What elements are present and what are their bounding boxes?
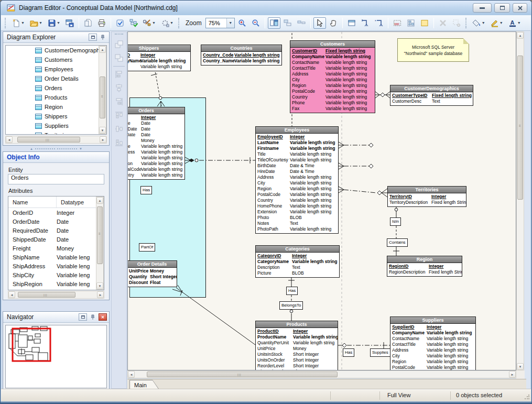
table-row[interactable]: ShipRegionVariable leng [8,279,104,288]
tree-item-territories[interactable]: Territories [6,130,106,135]
table-row[interactable]: ShipNameVariable leng [8,253,104,261]
relationship-label-has[interactable]: Has [343,348,354,357]
toolbar-grip[interactable] [178,18,181,28]
note-tool-button[interactable] [418,17,431,29]
pointer-tool-button[interactable] [313,17,326,29]
entity-order-details[interactable]: Order DetailsUnitPriceMoneyQuantityShort… [127,260,177,287]
scroll-up-icon[interactable]: ▲ [99,46,106,53]
relationship-label-has[interactable]: Has [140,186,152,194]
font-color-button[interactable]: A▼ [506,17,523,29]
toolbar-grip[interactable] [5,18,7,28]
zoom-out-button[interactable] [249,17,262,29]
toolbar-grip[interactable] [115,34,123,37]
window-layout-cascade-button[interactable] [281,17,294,29]
validate-model-button[interactable] [114,17,126,29]
scroll-up-icon[interactable]: ▲ [517,32,524,39]
scroll-left-icon[interactable]: ◄ [6,136,13,143]
scroll-right-icon[interactable]: ► [509,371,516,378]
object-info-header[interactable]: Object Info [3,152,109,163]
overview-tool-button[interactable] [405,17,417,29]
tree-item-orders[interactable]: Orders [6,83,106,93]
relationship-label-has[interactable]: Has [286,287,298,295]
export-model-button[interactable] [63,17,76,29]
pan-tool-button[interactable] [327,17,340,29]
entity-products[interactable]: ProductsProductIDIntegerProductNameVaria… [255,321,338,370]
scroll-right-icon[interactable]: ► [100,136,106,143]
bring-to-front-button[interactable] [113,38,125,51]
entity-territories[interactable]: TerritoriesTerritoryIDIntegerTerritoryDe… [387,186,466,207]
note-sticky[interactable]: Microsoft SQL Server "Northwind" sample … [397,38,469,62]
entity-employees[interactable]: EmployeesEmployeeIDIntegerLastNameVariab… [255,126,339,234]
relationship-label-contains[interactable]: Contains [387,238,408,247]
table-row[interactable]: ShipAddressVariable leng [8,261,104,270]
table-row[interactable]: ShipCityVariable leng [8,270,104,279]
align-middle-button[interactable] [113,123,125,135]
tree-item-region[interactable]: Region [6,102,106,112]
scroll-down-icon[interactable]: ▼ [99,127,106,134]
navigator-minimap[interactable] [5,325,107,388]
panel-pin-button[interactable] [89,313,97,321]
line-color-button[interactable]: ▼ [488,17,505,29]
align-bottom-button[interactable] [113,136,125,149]
entity-categories[interactable]: CategoriesCategoryIDIntegerCategoryNameV… [255,245,340,278]
attributes-table[interactable]: Name Datatype OrderIDIntegerOrderDateDat… [8,196,104,290]
check-hierarchy-button[interactable] [127,17,140,29]
entity-customers[interactable]: CustomersCustomerIDFixed length stringCo… [290,40,375,113]
group-select-button[interactable] [450,17,463,29]
entity-shippers[interactable]: ShippersShipperIDIntegerCompanyNameVaria… [127,45,191,71]
scroll-down-icon[interactable]: ▼ [517,363,524,370]
diagram-canvas[interactable]: Microsoft SQL Server "Northwind" sample … [127,31,516,370]
entity-countries[interactable]: CountriesCountry_CodeVariable length str… [201,45,282,65]
explorer-tree[interactable]: CustomerDemographicsCustomersEmployeesOr… [5,45,107,135]
scroll-left-icon[interactable]: ◄ [8,291,15,298]
scrollbar-thumb[interactable]: ≡ [97,206,103,264]
scroll-left-icon[interactable]: ◄ [128,371,135,378]
toolbar-grip[interactable] [465,18,468,28]
diagram-explorer-header[interactable]: Diagram Explorer [3,32,109,43]
tree-item-customerdemographics[interactable]: CustomerDemographics [6,46,106,55]
tree-item-suppliers[interactable]: Suppliers [6,121,106,130]
explorer-vertical-scrollbar[interactable]: ▲ ▼ ≡ [99,46,106,134]
align-top-button[interactable] [113,109,125,122]
align-left-button[interactable] [113,68,125,81]
table-row[interactable]: OrderDateDate [8,217,104,226]
attributes-vertical-scrollbar[interactable]: ▲ ▼ ≡ [96,196,104,290]
save-button[interactable]: ▼ [46,17,62,29]
tab-main[interactable]: Main [129,380,160,390]
entity-tool-button[interactable] [345,17,358,29]
scroll-up-icon[interactable]: ▲ [96,197,103,204]
zoom-in-button[interactable] [236,17,248,29]
window-layout-tile-button[interactable] [295,17,308,29]
maximize-button[interactable] [494,3,510,13]
attributes-table-header[interactable]: Name Datatype [8,196,104,208]
table-row[interactable]: OrderIDInteger [8,208,104,217]
tools-button[interactable]: ▼ [141,17,158,29]
tree-item-shippers[interactable]: Shippers [6,112,106,121]
canvas-vertical-scrollbar[interactable]: ▲ ▼ ≡ [516,31,524,370]
relationship-label-belongsto[interactable]: BelongsTo [279,301,303,310]
entity-customerdemographics[interactable]: CustomerDemographicsCustomerTypeIDFixed … [390,85,473,106]
close-button[interactable] [513,3,527,13]
align-center-button[interactable] [113,82,125,94]
explorer-horizontal-scrollbar[interactable]: ◄ ► ||| [5,136,107,144]
zoom-combobox[interactable]: 75% ▼ [205,18,235,28]
panel-minimize-button[interactable] [79,313,87,321]
transform-button[interactable]: ▼ [159,17,176,29]
scrollbar-thumb[interactable]: ||| [147,372,338,377]
panel-pin-button[interactable] [99,34,107,41]
relationship-label-isin[interactable]: IsIn [390,217,401,226]
column-header-datatype[interactable]: Datatype [57,199,84,205]
scrollbar-thumb[interactable]: ≡ [100,77,105,118]
page-setup-button[interactable] [82,17,94,29]
attributes-horizontal-scrollbar[interactable]: ◄ ► ||| [8,291,104,299]
tree-item-order-details[interactable]: Order Details [6,74,106,83]
open-button[interactable]: ▼ [28,17,45,29]
title-bar[interactable]: Diagram Editor - Conceptual Data Model [… [1,1,531,15]
relationship-label-partof[interactable]: PartOf [139,243,155,252]
delete-button[interactable] [437,17,449,29]
entity-orders[interactable]: OrdersOrderIDIntegerOrderDateDateRequire… [127,107,185,180]
tree-item-customers[interactable]: Customers [6,55,106,64]
scroll-right-icon[interactable]: ► [97,291,104,298]
panel-minimize-button[interactable] [89,34,97,41]
panel-close-button[interactable]: ✕ [99,313,107,321]
